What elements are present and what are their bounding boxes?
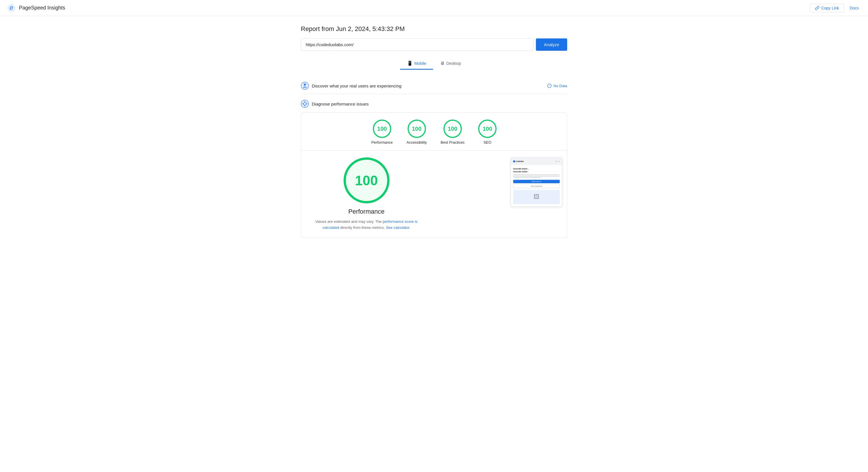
link-icon <box>815 6 819 10</box>
svg-point-1 <box>11 7 12 9</box>
tab-desktop[interactable]: 🖥 Desktop <box>433 58 468 70</box>
dot-2 <box>558 161 560 162</box>
url-input[interactable] <box>301 38 534 51</box>
analyze-button[interactable]: Analyze <box>536 38 567 51</box>
site-screenshot: codeduo Innovate faster , Innovate bette… <box>510 158 562 207</box>
screenshot-header: codeduo <box>511 158 562 165</box>
real-users-title: Discover what your real users are experi… <box>312 83 402 88</box>
performance-label: Performance <box>371 140 393 144</box>
pagespeed-logo-icon <box>7 3 16 12</box>
svg-point-3 <box>304 83 306 86</box>
performance-score: 100 <box>377 126 386 132</box>
perf-score-column: 100 Performance Values are estimated and… <box>306 158 434 231</box>
real-users-icon <box>301 82 309 90</box>
best-practices-circle: 100 <box>443 120 462 138</box>
real-users-left: Discover what your real users are experi… <box>301 82 402 90</box>
dot-1 <box>555 161 557 162</box>
screenshot-dots <box>555 161 560 162</box>
main-content: Report from Jun 2, 2024, 5:43:32 PM Anal… <box>296 16 572 252</box>
see-calculator-link[interactable]: See calculator. <box>386 225 410 230</box>
score-item-seo[interactable]: 100 SEO <box>478 120 497 144</box>
screenshot-column: codeduo Innovate faster , Innovate bette… <box>434 158 562 207</box>
real-users-section: Discover what your real users are experi… <box>301 78 567 94</box>
copy-link-label: Copy Link <box>821 6 839 10</box>
info-icon <box>547 83 552 88</box>
score-circles-row: 100 Performance 100 Accessibility 100 Be… <box>306 120 562 144</box>
device-tabs: 📱 Mobile 🖥 Desktop <box>301 58 567 70</box>
screenshot-text-lines <box>513 174 560 178</box>
screenshot-btn-primary: Build with us <box>513 180 560 183</box>
diagnose-title: Diagnose performance issues <box>312 102 369 106</box>
score-item-performance[interactable]: 100 Performance <box>371 120 393 144</box>
copy-link-button[interactable]: Copy Link <box>810 4 844 12</box>
screenshot-btn-secondary: Start Exploring <box>513 184 560 188</box>
tab-mobile[interactable]: 📱 Mobile <box>400 58 433 70</box>
performance-detail: 100 Performance Values are estimated and… <box>306 150 562 238</box>
header-left: PageSpeed Insights <box>7 3 65 12</box>
perf-desc-middle: directly from these metrics. <box>339 225 386 230</box>
best-practices-score: 100 <box>448 126 457 132</box>
app-header: PageSpeed Insights Copy Link Docs <box>0 0 868 16</box>
screenshot-body: Innovate faster , Innovate better . Buil… <box>511 165 562 206</box>
diagnose-section-header: Diagnose performance issues <box>301 100 567 108</box>
image-placeholder-icon: 🖼 <box>534 194 539 200</box>
app-title: PageSpeed Insights <box>19 5 65 11</box>
svg-text:codeduo: codeduo <box>516 160 524 162</box>
tab-mobile-label: Mobile <box>414 61 426 66</box>
url-input-row: Analyze <box>301 38 567 51</box>
report-title: Report from Jun 2, 2024, 5:43:32 PM <box>301 25 567 33</box>
tab-desktop-label: Desktop <box>446 61 461 66</box>
accessibility-label: Accessibility <box>406 140 427 144</box>
no-data-label: No Data <box>553 84 567 88</box>
text-line-1 <box>513 174 560 175</box>
docs-button[interactable]: Docs <box>847 4 861 12</box>
performance-name: Performance <box>348 208 384 215</box>
performance-description: Values are estimated and may vary. The p… <box>312 219 421 231</box>
text-line-3 <box>513 177 541 178</box>
accessibility-circle: 100 <box>408 120 426 138</box>
score-card: 100 Performance 100 Accessibility 100 Be… <box>301 112 567 238</box>
perf-desc-text: Values are estimated and may vary. The <box>315 220 383 224</box>
score-item-best-practices[interactable]: 100 Best Practices <box>441 120 464 144</box>
seo-label: SEO <box>484 140 491 144</box>
accessibility-score: 100 <box>412 126 422 132</box>
seo-circle: 100 <box>478 120 497 138</box>
desktop-icon: 🖥 <box>440 61 445 66</box>
svg-rect-13 <box>513 161 515 163</box>
screenshot-headline: Innovate faster , Innovate better . <box>513 167 560 173</box>
no-data-indicator: No Data <box>547 83 567 88</box>
big-performance-score: 100 <box>355 173 378 189</box>
mobile-icon: 📱 <box>407 61 413 66</box>
score-item-accessibility[interactable]: 100 Accessibility <box>406 120 427 144</box>
text-line-2 <box>513 176 560 177</box>
diagnose-icon <box>301 100 309 108</box>
big-performance-circle: 100 <box>344 158 390 203</box>
performance-circle: 100 <box>373 120 391 138</box>
screenshot-logo: codeduo <box>513 160 528 164</box>
best-practices-label: Best Practices <box>441 140 464 144</box>
screenshot-image-placeholder: 🖼 <box>513 190 560 204</box>
header-right: Copy Link Docs <box>810 4 861 12</box>
seo-score: 100 <box>483 126 492 132</box>
